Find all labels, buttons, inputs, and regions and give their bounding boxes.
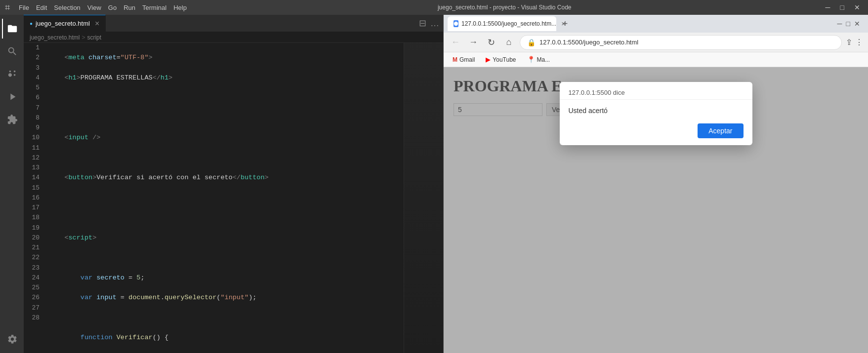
home-button[interactable]: ⌂ <box>502 36 516 49</box>
menu-terminal[interactable]: Terminal <box>142 4 166 11</box>
active-tab[interactable]: ● juego_secreto.html × <box>24 15 106 32</box>
maximize-button[interactable]: □ <box>837 3 847 11</box>
menu-file[interactable]: File <box>19 4 29 11</box>
activity-bar <box>0 15 24 353</box>
browser-window-controls: ─ □ ✕ <box>837 20 864 28</box>
explorer-icon[interactable] <box>2 19 22 39</box>
browser-tab-favicon <box>454 20 458 27</box>
back-button[interactable]: ← <box>449 36 462 49</box>
new-tab-button[interactable]: + <box>558 17 572 31</box>
address-bar-actions: ⇪ ⋮ <box>846 38 863 47</box>
title-bar: ⌗ File Edit Selection View Go Run Termin… <box>0 0 868 15</box>
browser-address-bar: ← → ↻ ⌂ 🔒 127.0.0.1:5500/juego_secreto.h… <box>444 33 868 52</box>
tabs-actions: ⊟ … <box>419 18 443 29</box>
share-icon[interactable]: ⇪ <box>846 38 852 47</box>
browser-maximize[interactable]: □ <box>846 20 850 28</box>
lock-icon: 🔒 <box>527 39 536 46</box>
breadcrumb-sep1: > <box>82 34 85 41</box>
window-controls: ─ □ ✕ <box>823 3 863 11</box>
alert-header: 127.0.0.1:5500 dice <box>560 82 752 100</box>
alert-ok-button[interactable]: Aceptar <box>698 123 743 138</box>
browser-tab-bar: 127.0.0.1:5500/juego_secreto.htm... × + … <box>444 15 868 33</box>
menu-view[interactable]: View <box>87 4 101 11</box>
menu-selection[interactable]: Selection <box>54 4 80 11</box>
minimap-content <box>404 43 443 353</box>
breadcrumb-file[interactable]: juego_secreto.html <box>30 34 80 41</box>
bookmark-maps-label: Ma... <box>537 56 550 63</box>
vscode-logo-icon: ⌗ <box>5 2 10 13</box>
main-area: ● juego_secreto.html × ⊟ … juego_secreto… <box>0 15 868 353</box>
bookmark-maps[interactable]: 📍 Ma... <box>523 55 554 64</box>
breadcrumb-section[interactable]: script <box>87 34 101 41</box>
minimap <box>404 43 443 353</box>
tab-modified-dot: ● <box>30 21 33 26</box>
tabs-list: ● juego_secreto.html × <box>24 15 106 32</box>
maps-icon: 📍 <box>527 56 535 63</box>
svg-point-0 <box>454 22 458 26</box>
browser-content: PROGRAMA E Ve... 127.0.0.1:5500 dice Ust… <box>444 67 868 353</box>
alert-dialog: 127.0.0.1:5500 dice Usted acertó Aceptar <box>560 82 752 145</box>
code-content: <meta charset="UTF-8"> <h1>PROGRAMA ESTR… <box>44 43 404 353</box>
debug-icon[interactable] <box>2 87 22 107</box>
menu-help[interactable]: Help <box>173 4 187 11</box>
bookmark-gmail-label: Gmail <box>459 56 475 63</box>
bookmark-youtube[interactable]: ▶ YouTube <box>482 55 520 64</box>
settings-icon[interactable] <box>2 329 22 349</box>
menu-go[interactable]: Go <box>108 4 117 11</box>
alert-message: Usted acertó <box>560 100 752 118</box>
minimize-button[interactable]: ─ <box>823 3 833 11</box>
browser-active-tab[interactable]: 127.0.0.1:5500/juego_secreto.htm... × <box>448 16 556 31</box>
menu-run[interactable]: Run <box>124 4 135 11</box>
bookmark-gmail[interactable]: M Gmail <box>449 55 479 64</box>
title-bar-left: ⌗ File Edit Selection View Go Run Termin… <box>5 2 187 13</box>
browser-panel: 127.0.0.1:5500/juego_secreto.htm... × + … <box>443 15 868 353</box>
search-icon[interactable] <box>2 41 22 61</box>
tab-close-button[interactable]: × <box>95 19 99 28</box>
browser-close[interactable]: ✕ <box>854 20 860 28</box>
refresh-button[interactable]: ↻ <box>484 36 498 49</box>
extensions-icon[interactable] <box>2 110 22 129</box>
source-control-icon[interactable] <box>2 64 22 84</box>
window-title: juego_secreto.html - proyecto - Visual S… <box>187 4 823 11</box>
gmail-icon: M <box>453 56 457 63</box>
tabs-bar: ● juego_secreto.html × ⊟ … <box>24 15 443 32</box>
browser-tab-label: 127.0.0.1:5500/juego_secreto.htm... <box>461 20 556 27</box>
breadcrumb: juego_secreto.html > script <box>24 32 443 43</box>
more-actions-icon[interactable]: … <box>430 18 439 29</box>
editor-area: ● juego_secreto.html × ⊟ … juego_secreto… <box>24 15 443 353</box>
menu-edit[interactable]: Edit <box>36 4 47 11</box>
alert-footer: Aceptar <box>560 118 752 145</box>
close-button[interactable]: ✕ <box>851 3 863 11</box>
split-editor-icon[interactable]: ⊟ <box>419 18 426 29</box>
code-editor[interactable]: 12345 678910 1112131415 1617181920 21222… <box>24 43 443 353</box>
browser-minimize[interactable]: ─ <box>837 20 842 28</box>
title-bar-menu: File Edit Selection View Go Run Terminal… <box>19 4 187 11</box>
youtube-icon: ▶ <box>486 56 491 63</box>
address-text: 127.0.0.1:5500/juego_secreto.html <box>539 39 834 46</box>
address-bar-input-wrap[interactable]: 🔒 127.0.0.1:5500/juego_secreto.html <box>520 35 842 50</box>
bookmark-bar: M Gmail ▶ YouTube 📍 Ma... <box>444 52 868 67</box>
line-numbers: 12345 678910 1112131415 1617181920 21222… <box>24 43 44 353</box>
bookmark-icon[interactable]: ⋮ <box>855 38 863 47</box>
alert-overlay: 127.0.0.1:5500 dice Usted acertó Aceptar <box>444 67 868 353</box>
bookmark-youtube-label: YouTube <box>493 56 516 63</box>
tab-label: juego_secreto.html <box>36 20 90 27</box>
forward-button[interactable]: → <box>466 36 480 49</box>
